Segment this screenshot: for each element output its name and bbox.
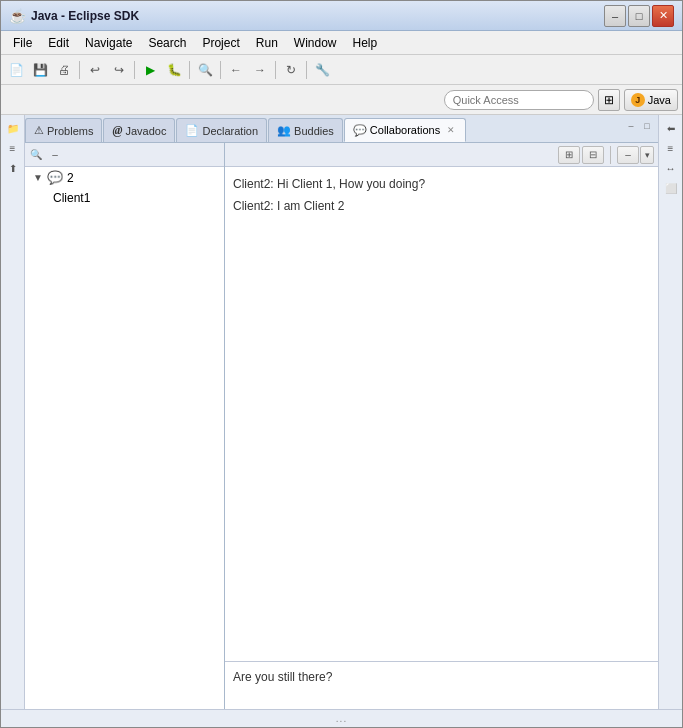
minimize-button[interactable]: –	[604, 5, 626, 27]
java-label: Java	[648, 94, 671, 106]
declaration-tab-icon: 📄	[185, 124, 199, 137]
search-toolbar-button[interactable]: 🔍	[194, 59, 216, 81]
java-perspective-button[interactable]: J Java	[624, 89, 678, 111]
tools-button[interactable]: 🔧	[311, 59, 333, 81]
chat-menu-dropdown[interactable]: ▾	[640, 146, 654, 164]
grid-icon-1: ⊞	[565, 149, 573, 160]
tab-buddies[interactable]: 👥 Buddies	[268, 118, 343, 142]
client1-label: Client1	[53, 191, 90, 205]
right-sidebar-icon-3[interactable]: ↔	[662, 159, 680, 177]
sidebar-package-explorer-icon[interactable]: 📁	[4, 119, 22, 137]
buddies-tab-icon: 👥	[277, 124, 291, 137]
collaborations-tab-close[interactable]: ✕	[445, 124, 457, 136]
tab-javadoc[interactable]: @ Javadoc	[103, 118, 175, 142]
right-sidebar-icon-1[interactable]: ⬅	[662, 119, 680, 137]
client1-item[interactable]: Client1	[25, 188, 224, 208]
window-controls: – □ ✕	[604, 5, 674, 27]
tab-collaborations[interactable]: 💬 Collaborations ✕	[344, 118, 466, 142]
sidebar-outline-icon[interactable]: ≡	[4, 139, 22, 157]
menu-file[interactable]: File	[5, 34, 40, 52]
tree-panel: 🔍 – ▼ 💬 2 Client1	[25, 143, 225, 709]
problems-tab-icon: ⚠	[34, 124, 44, 137]
collaborations-tab-icon: 💬	[353, 124, 367, 137]
forward-button[interactable]: →	[249, 59, 271, 81]
chat-group-item[interactable]: ▼ 💬 2	[25, 167, 224, 188]
save-button[interactable]: 💾	[29, 59, 51, 81]
back-button[interactable]: ←	[225, 59, 247, 81]
menu-bar: File Edit Navigate Search Project Run Wi…	[1, 31, 682, 55]
menu-window[interactable]: Window	[286, 34, 345, 52]
right-sidebar: ⬅ ≡ ↔ ⬜	[658, 115, 682, 709]
redo-button[interactable]: ↪	[108, 59, 130, 81]
minimize-panel-button[interactable]: –	[624, 119, 638, 133]
tree-toolbar: 🔍 –	[25, 143, 224, 167]
right-sidebar-icon-4[interactable]: ⬜	[662, 179, 680, 197]
message-text-1: Client2: Hi Client 1, How you doing?	[233, 177, 425, 191]
chat-group-label: 2	[67, 171, 74, 185]
java-icon: J	[631, 93, 645, 107]
main-window: ☕ Java - Eclipse SDK – □ ✕ File Edit Nav…	[0, 0, 683, 728]
panel-content: 🔍 – ▼ 💬 2 Client1	[25, 143, 658, 709]
run-button[interactable]: ▶	[139, 59, 161, 81]
menu-navigate[interactable]: Navigate	[77, 34, 140, 52]
chat-message-2: Client2: I am Client 2	[233, 197, 650, 215]
chat-input-area[interactable]: Are you still there?	[225, 661, 658, 709]
toolbar-separator-1	[79, 61, 80, 79]
maximize-panel-button[interactable]: □	[640, 119, 654, 133]
status-bar: ...	[1, 709, 682, 727]
chat-collapse-button[interactable]: –	[617, 146, 639, 164]
tab-bar: ⚠ Problems @ Javadoc 📄 Declaration 👥 Bud…	[25, 115, 658, 143]
menu-edit[interactable]: Edit	[40, 34, 77, 52]
print-button[interactable]: 🖨	[53, 59, 75, 81]
main-toolbar: 📄 💾 🖨 ↩ ↪ ▶ 🐛 🔍 ← → ↻ 🔧	[1, 55, 682, 85]
undo-button[interactable]: ↩	[84, 59, 106, 81]
panel-controls: – □	[624, 119, 654, 133]
debug-button[interactable]: 🐛	[163, 59, 185, 81]
tab-collaborations-label: Collaborations	[370, 124, 440, 136]
menu-run[interactable]: Run	[248, 34, 286, 52]
tab-declaration[interactable]: 📄 Declaration	[176, 118, 267, 142]
title-bar: ☕ Java - Eclipse SDK – □ ✕	[1, 1, 682, 31]
tab-buddies-label: Buddies	[294, 125, 334, 137]
expand-icon: ▼	[33, 172, 43, 183]
menu-project[interactable]: Project	[194, 34, 247, 52]
grid-icon-2: ⊟	[589, 149, 597, 160]
chat-messages: Client2: Hi Client 1, How you doing? Cli…	[225, 167, 658, 661]
right-sidebar-icon-2[interactable]: ≡	[662, 139, 680, 157]
search-chat-button[interactable]: 🔍	[27, 146, 45, 164]
refresh-button[interactable]: ↻	[280, 59, 302, 81]
window-title: Java - Eclipse SDK	[31, 9, 604, 23]
close-button[interactable]: ✕	[652, 5, 674, 27]
perspective-open-button[interactable]: ⊞	[598, 89, 620, 111]
minimize-chat-button[interactable]: –	[46, 146, 64, 164]
sidebar-hierarchy-icon[interactable]: ⬆	[4, 159, 22, 177]
new-button[interactable]: 📄	[5, 59, 27, 81]
toolbar-separator-4	[220, 61, 221, 79]
menu-search[interactable]: Search	[140, 34, 194, 52]
status-dots: ...	[336, 713, 347, 724]
chat-panel: ⊞ ⊟ – ▾ Client2: Hi Client 1, How you do…	[225, 143, 658, 709]
tab-javadoc-label: Javadoc	[125, 125, 166, 137]
quick-access-bar: ⊞ J Java	[1, 85, 682, 115]
toolbar-separator-2	[134, 61, 135, 79]
left-sidebar: 📁 ≡ ⬆	[1, 115, 25, 709]
quick-access-input[interactable]	[444, 90, 594, 110]
content-area: ⚠ Problems @ Javadoc 📄 Declaration 👥 Bud…	[25, 115, 658, 709]
chat-view-toggle-1[interactable]: ⊞	[558, 146, 580, 164]
chat-toolbar: ⊞ ⊟ – ▾	[225, 143, 658, 167]
menu-help[interactable]: Help	[345, 34, 386, 52]
chat-toolbar-separator	[610, 146, 611, 164]
chat-view-toggle-2[interactable]: ⊟	[582, 146, 604, 164]
toolbar-separator-5	[275, 61, 276, 79]
maximize-button[interactable]: □	[628, 5, 650, 27]
main-area: 📁 ≡ ⬆ ⚠ Problems @ Javadoc 📄 Declaration	[1, 115, 682, 709]
tab-problems[interactable]: ⚠ Problems	[25, 118, 102, 142]
app-icon: ☕	[9, 8, 25, 24]
javadoc-tab-icon: @	[112, 123, 122, 138]
toolbar-separator-6	[306, 61, 307, 79]
chat-input[interactable]: Are you still there?	[233, 670, 650, 698]
tab-problems-label: Problems	[47, 125, 93, 137]
toolbar-separator-3	[189, 61, 190, 79]
chat-group-icon: 💬	[47, 170, 63, 185]
tab-declaration-label: Declaration	[202, 125, 258, 137]
